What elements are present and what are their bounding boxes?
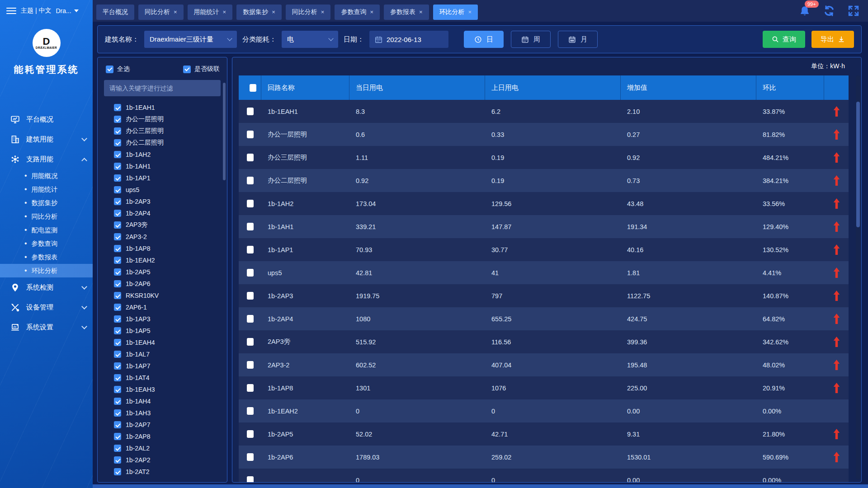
hamburger-icon[interactable] <box>6 8 16 14</box>
row-checkbox[interactable] <box>247 131 254 138</box>
sidebar-subitem-数据集抄[interactable]: •数据集抄 <box>0 196 93 210</box>
column-header-当日用电[interactable]: 当日用电 <box>349 75 485 100</box>
circuit-item-1b-1AH2[interactable]: 1b-1AH2 <box>114 149 221 160</box>
circuit-item-2AP6-1[interactable]: 2AP6-1 <box>114 301 221 313</box>
checkbox-checked-icon[interactable] <box>114 268 121 276</box>
user-menu[interactable]: Dra... <box>56 7 78 14</box>
row-checkbox[interactable] <box>247 269 254 277</box>
circuit-item-1b-2AP2[interactable]: 1b-2AP2 <box>114 454 221 466</box>
circuit-item-1b-1AP5[interactable]: 1b-1AP5 <box>114 325 221 337</box>
sidebar-item-设备管理[interactable]: 设备管理 <box>0 297 93 317</box>
column-header-增加值[interactable]: 增加值 <box>621 75 756 100</box>
sidebar-item-平台概况[interactable]: 平台概况 <box>0 109 93 129</box>
row-checkbox[interactable] <box>247 223 254 230</box>
column-header-回路名称[interactable]: 回路名称 <box>261 75 349 100</box>
circuit-item-办公三层照明[interactable]: 办公三层照明 <box>114 125 221 137</box>
tab-平台概况[interactable]: 平台概况 <box>96 5 134 20</box>
checkbox-checked-icon[interactable] <box>114 280 121 287</box>
cascade-checkbox[interactable]: 是否级联 <box>183 65 220 73</box>
checkbox-checked-icon[interactable] <box>114 351 121 358</box>
checkbox-checked-icon[interactable] <box>114 198 121 205</box>
circuit-item-1b-1AP3[interactable]: 1b-1AP3 <box>114 313 221 325</box>
circuit-item-1b-2AP3[interactable]: 1b-2AP3 <box>114 196 221 207</box>
circuit-item-1b-2AP4[interactable]: 1b-2AP4 <box>114 207 221 219</box>
circuit-item-1b-1AT4[interactable]: 1b-1AT4 <box>114 372 221 384</box>
tab-close-icon[interactable]: × <box>321 9 325 15</box>
checkbox-checked-icon[interactable] <box>114 139 121 146</box>
circuit-item-办公一层照明[interactable]: 办公一层照明 <box>114 113 221 125</box>
sidebar-item-系统设置[interactable]: 系统设置 <box>0 317 93 337</box>
circuit-item-1b-2AL2[interactable]: 1b-2AL2 <box>114 442 221 454</box>
sidebar-subitem-配电监测[interactable]: •配电监测 <box>0 223 93 237</box>
checkbox-checked-icon[interactable] <box>114 327 121 334</box>
checkbox-checked-icon[interactable] <box>114 174 121 182</box>
circuit-item-1b-1EAH3[interactable]: 1b-1EAH3 <box>114 384 221 395</box>
sidebar-item-系统检测[interactable]: 系统检测 <box>0 277 93 297</box>
tab-close-icon[interactable]: × <box>468 9 472 15</box>
circuit-item-2AP3旁[interactable]: 2AP3旁 <box>114 219 221 231</box>
checkbox-checked-icon[interactable] <box>114 398 121 405</box>
checkbox-checked-icon[interactable] <box>114 221 121 229</box>
tab-数据集抄[interactable]: 数据集抄× <box>236 5 282 20</box>
circuit-item-1b-1EAH2[interactable]: 1b-1EAH2 <box>114 254 221 266</box>
circuit-item-ups5[interactable]: ups5 <box>114 184 221 196</box>
checkbox-checked-icon[interactable] <box>114 210 121 217</box>
energy-category-select[interactable]: 电 <box>282 31 338 48</box>
query-button[interactable]: 查询 <box>763 31 805 48</box>
export-button[interactable]: 导出 <box>811 31 854 48</box>
circuit-item-办公二层照明[interactable]: 办公二层照明 <box>114 137 221 149</box>
checkbox-checked-icon[interactable] <box>114 304 121 311</box>
row-checkbox[interactable] <box>247 200 254 207</box>
circuit-item-1b-2AP7[interactable]: 1b-2AP7 <box>114 419 221 431</box>
refresh-icon[interactable] <box>823 5 835 17</box>
list-scrollbar-thumb[interactable] <box>223 83 226 180</box>
circuit-item-1b-1AL7[interactable]: 1b-1AL7 <box>114 348 221 360</box>
tab-close-icon[interactable]: × <box>419 9 423 15</box>
checkbox-checked-icon[interactable] <box>114 421 121 428</box>
checkbox-checked-icon[interactable] <box>114 362 121 370</box>
keyword-filter-input[interactable] <box>104 80 221 96</box>
checkbox-checked-icon[interactable] <box>114 374 121 381</box>
checkbox-checked-icon[interactable] <box>114 257 121 264</box>
checkbox-checked-icon[interactable] <box>114 456 121 464</box>
circuit-item-1b-2AP8[interactable]: 1b-2AP8 <box>114 431 221 442</box>
row-checkbox[interactable] <box>247 315 254 323</box>
row-checkbox[interactable] <box>247 154 254 161</box>
checkbox-checked-icon[interactable] <box>114 116 121 123</box>
circuit-item-clipped[interactable] <box>114 478 221 479</box>
sidebar-subitem-参数报表[interactable]: •参数报表 <box>0 250 93 264</box>
circuit-item-1b-2AP6[interactable]: 1b-2AP6 <box>114 278 221 290</box>
select-all-checkbox[interactable]: 全选 <box>106 65 130 73</box>
checkbox-checked-icon[interactable] <box>114 186 121 193</box>
circuit-item-1b-2AT2[interactable]: 1b-2AT2 <box>114 466 221 478</box>
checkbox-checked-icon[interactable] <box>114 233 121 240</box>
checkbox-checked-icon[interactable] <box>114 409 121 417</box>
column-header-环比[interactable]: 环比 <box>756 75 824 100</box>
row-checkbox[interactable] <box>247 476 254 482</box>
row-checkbox[interactable] <box>247 108 254 115</box>
tab-close-icon[interactable]: × <box>223 9 226 15</box>
circuit-item-1b-1AP8[interactable]: 1b-1AP8 <box>114 243 221 254</box>
checkbox-checked-icon[interactable] <box>114 315 121 323</box>
table-scrollbar-thumb[interactable] <box>856 102 860 227</box>
building-select[interactable]: Draexlmaier三级计量 <box>144 31 237 48</box>
tab-同比分析[interactable]: 同比分析× <box>286 5 331 20</box>
checkbox-checked-icon[interactable] <box>114 468 121 475</box>
row-checkbox[interactable] <box>247 338 254 346</box>
row-checkbox[interactable] <box>247 361 254 369</box>
tab-环比分析[interactable]: 环比分析× <box>433 5 478 20</box>
period-button-周[interactable]: 周 <box>511 31 551 48</box>
sidebar-subitem-环比分析[interactable]: •环比分析 <box>0 264 93 277</box>
row-checkbox[interactable] <box>247 292 254 300</box>
tab-close-icon[interactable]: × <box>174 9 177 15</box>
circuit-item-RKSR10KV[interactable]: RKSR10KV <box>114 290 221 301</box>
row-checkbox[interactable] <box>247 246 254 253</box>
circuit-item-1b-1EAH1[interactable]: 1b-1EAH1 <box>114 102 221 113</box>
select-all-rows-checkbox[interactable] <box>250 84 256 92</box>
checkbox-checked-icon[interactable] <box>114 127 121 135</box>
row-checkbox[interactable] <box>247 407 254 415</box>
sidebar-subitem-用能统计[interactable]: •用能统计 <box>0 183 93 196</box>
tab-close-icon[interactable]: × <box>370 9 373 15</box>
checkbox-checked-icon[interactable] <box>114 245 121 252</box>
sidebar-item-支路用能[interactable]: 支路用能 <box>0 149 93 169</box>
